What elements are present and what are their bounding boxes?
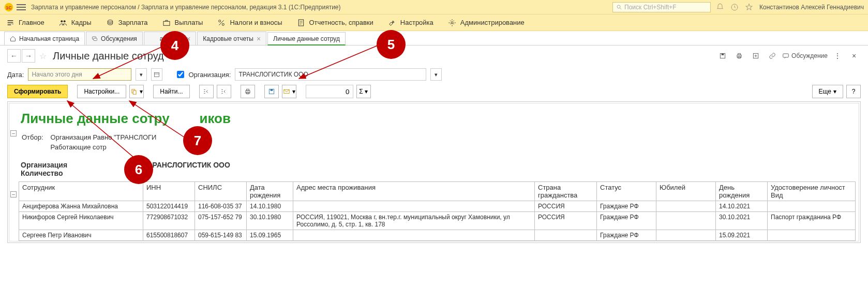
tab-home[interactable]: Начальная страница bbox=[4, 32, 85, 45]
home-icon bbox=[10, 36, 16, 42]
nav-label: Главное bbox=[19, 19, 44, 26]
table-row[interactable]: Сергеев Петр Иванович615500818607059-615… bbox=[19, 230, 856, 241]
table-cell: РОССИЯ bbox=[535, 212, 597, 230]
filter-row: Дата: Начало этого дня ▾ Организация: ТР… bbox=[0, 66, 868, 83]
table-row[interactable]: Никифоров Сергей Николаевич7729086710320… bbox=[19, 212, 856, 230]
tab-personal-data[interactable]: Личные данные сотруд bbox=[267, 32, 346, 45]
annotation-bubble-6: 6 bbox=[124, 155, 153, 184]
svg-rect-8 bbox=[163, 21, 170, 25]
sum-input[interactable] bbox=[306, 88, 353, 96]
date-input[interactable]: Начало этого дня bbox=[28, 68, 131, 81]
global-search-input[interactable]: Поиск Ctrl+Shift+F bbox=[612, 2, 711, 12]
table-cell: 14.10.2021 bbox=[716, 201, 768, 212]
link-icon[interactable] bbox=[766, 49, 779, 63]
table-cell: 30.10.1980 bbox=[247, 212, 293, 230]
nav-vyplaty[interactable]: Выплаты bbox=[162, 19, 203, 27]
print-icon[interactable] bbox=[732, 49, 746, 63]
org-value: ТРАНСЛОГИСТИК ООО bbox=[238, 71, 308, 78]
sigma-button[interactable]: Σ ▾ bbox=[356, 85, 371, 98]
table-row[interactable]: Анциферова Жанна Михайловна5031220144191… bbox=[19, 201, 856, 212]
table-cell bbox=[656, 230, 716, 241]
table-cell bbox=[768, 201, 856, 212]
report-heading: Личные данные сотруxxxxиков bbox=[21, 111, 856, 127]
more-button[interactable]: Еще ▾ bbox=[812, 85, 843, 98]
annotation-bubble-7: 7 bbox=[183, 126, 212, 155]
tab-discussions[interactable]: Обсуждения bbox=[86, 32, 143, 45]
find-button[interactable]: Найти... bbox=[153, 85, 189, 98]
close-icon[interactable]: × bbox=[257, 35, 261, 43]
table-cell: 15.09.2021 bbox=[716, 230, 768, 241]
nav-otchet[interactable]: Отчетность, справки bbox=[297, 19, 373, 27]
chat-icon bbox=[92, 36, 98, 42]
tab-label: Личные данные сотруд bbox=[273, 35, 340, 42]
svg-rect-20 bbox=[722, 53, 724, 55]
tab-kadr-reports[interactable]: Кадровые отчеты× bbox=[197, 32, 266, 45]
nav-forward-button[interactable]: → bbox=[22, 49, 35, 63]
nav-label: Налоги и взносы bbox=[230, 19, 282, 26]
nav-back-button[interactable]: ← bbox=[7, 49, 21, 63]
date-dropdown-button[interactable]: ▾ bbox=[136, 68, 147, 81]
email-button[interactable]: ▾ bbox=[282, 85, 296, 98]
filter-info: Отбор: Организация Равно "ТРАНСЛОГИxxxxx… bbox=[21, 132, 208, 153]
date-label: Дата: bbox=[7, 71, 24, 79]
main-menu-icon[interactable] bbox=[17, 3, 26, 12]
more-menu-icon[interactable]: ⋮ bbox=[831, 49, 844, 63]
briefcase-icon bbox=[162, 19, 171, 27]
nav-admin[interactable]: Администрирование bbox=[448, 19, 525, 27]
page-toolbar: ← → ☆ Личные данные сотруд Обсуждение ⋮ … bbox=[0, 45, 868, 66]
calendar-button[interactable] bbox=[151, 68, 162, 81]
svg-rect-30 bbox=[245, 90, 249, 93]
generate-button[interactable]: Сформировать bbox=[7, 85, 68, 98]
nav-settings[interactable]: Настройка bbox=[388, 19, 433, 27]
nav-zarplata[interactable]: Зарплата bbox=[106, 19, 148, 27]
window-title: Зарплата и управление персоналом / Зарпл… bbox=[31, 4, 612, 11]
variants-button[interactable]: ▾ bbox=[129, 85, 144, 98]
print-button[interactable] bbox=[241, 85, 255, 98]
table-cell: 30.10.2021 bbox=[716, 212, 768, 230]
table-cell: Граждане РФ bbox=[597, 201, 656, 212]
org-input[interactable]: ТРАНСЛОГИСТИК ООО bbox=[235, 68, 426, 81]
favorite-star-icon[interactable]: ☆ bbox=[39, 51, 47, 61]
help-button[interactable]: ? bbox=[846, 85, 861, 98]
nav-kadry[interactable]: Кадры bbox=[59, 19, 92, 27]
save-icon[interactable] bbox=[716, 49, 729, 63]
mail-icon bbox=[283, 88, 290, 95]
table-cell bbox=[535, 230, 597, 241]
print-icon bbox=[244, 88, 251, 95]
settings-button[interactable]: Настройки... bbox=[77, 85, 126, 98]
people-icon bbox=[59, 19, 67, 27]
collapse-handle[interactable]: – bbox=[10, 191, 17, 197]
table-cell: 772908671032 bbox=[143, 212, 195, 230]
bell-icon[interactable] bbox=[716, 3, 724, 11]
svg-rect-21 bbox=[737, 55, 741, 57]
nav-label: Зарплата bbox=[118, 19, 148, 26]
svg-rect-26 bbox=[155, 73, 159, 77]
table-cell: 14.10.1980 bbox=[247, 201, 293, 212]
table-cell: 503122014419 bbox=[143, 201, 195, 212]
discussion-button[interactable]: Обсуждение bbox=[782, 52, 828, 59]
export-icon[interactable] bbox=[749, 49, 762, 63]
nav-label: Кадры bbox=[71, 19, 92, 26]
table-cell bbox=[768, 230, 856, 241]
coins-icon bbox=[106, 19, 114, 27]
svg-rect-18 bbox=[94, 38, 97, 41]
history-icon[interactable] bbox=[730, 3, 739, 11]
org-checkbox[interactable] bbox=[177, 71, 184, 78]
nav-nalogi[interactable]: Налоги и взносы bbox=[217, 19, 282, 27]
close-page-icon[interactable]: × bbox=[847, 49, 861, 63]
save-disk-button[interactable] bbox=[264, 85, 279, 98]
table-cell bbox=[656, 212, 716, 230]
collapse-handle[interactable]: – bbox=[10, 130, 17, 136]
star-icon[interactable] bbox=[745, 3, 753, 11]
nav-main[interactable]: Главное bbox=[6, 19, 44, 27]
svg-line-3 bbox=[620, 8, 622, 9]
org-dropdown-button[interactable]: ▾ bbox=[430, 68, 442, 81]
svg-rect-22 bbox=[738, 53, 741, 55]
username-label[interactable]: Константинов Алексей Геннадиевич bbox=[759, 4, 864, 11]
org-value: TРАНСЛОГИСТИК ООО bbox=[148, 161, 230, 169]
svg-rect-25 bbox=[783, 54, 789, 57]
calendar-icon bbox=[154, 71, 160, 78]
collapse-all-button[interactable] bbox=[217, 85, 231, 98]
collapse-icon bbox=[220, 88, 228, 95]
expand-all-button[interactable] bbox=[199, 85, 214, 98]
